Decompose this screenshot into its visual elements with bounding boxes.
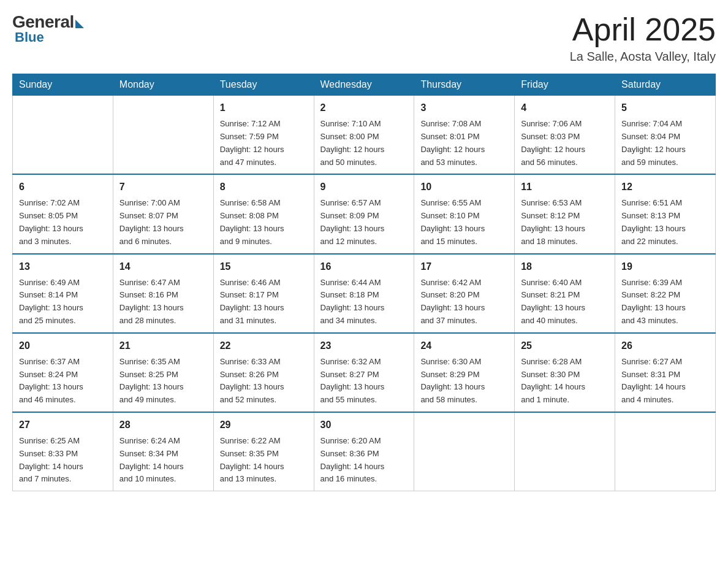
day-info: Sunrise: 6:40 AM Sunset: 8:21 PM Dayligh…	[521, 277, 609, 327]
logo-triangle-icon	[75, 20, 84, 28]
header-monday: Monday	[113, 74, 213, 96]
day-info: Sunrise: 6:46 AM Sunset: 8:17 PM Dayligh…	[220, 277, 308, 327]
calendar-cell: 10Sunrise: 6:55 AM Sunset: 8:10 PM Dayli…	[414, 174, 515, 253]
calendar-cell: 14Sunrise: 6:47 AM Sunset: 8:16 PM Dayli…	[113, 254, 213, 333]
calendar-cell: 21Sunrise: 6:35 AM Sunset: 8:25 PM Dayli…	[113, 333, 213, 412]
day-number: 27	[19, 418, 107, 432]
day-info: Sunrise: 6:39 AM Sunset: 8:22 PM Dayligh…	[621, 277, 709, 327]
day-number: 25	[521, 339, 609, 353]
day-number: 17	[420, 259, 508, 274]
calendar-cell: 12Sunrise: 6:51 AM Sunset: 8:13 PM Dayli…	[615, 174, 716, 253]
day-info: Sunrise: 6:51 AM Sunset: 8:13 PM Dayligh…	[621, 197, 709, 248]
calendar-cell: 8Sunrise: 6:58 AM Sunset: 8:08 PM Daylig…	[213, 174, 314, 253]
calendar-cell: 19Sunrise: 6:39 AM Sunset: 8:22 PM Dayli…	[615, 254, 716, 333]
day-info: Sunrise: 6:24 AM Sunset: 8:34 PM Dayligh…	[119, 435, 207, 486]
day-info: Sunrise: 6:42 AM Sunset: 8:20 PM Dayligh…	[420, 277, 508, 327]
day-number: 8	[220, 180, 308, 194]
header-sunday: Sunday	[13, 74, 113, 96]
calendar-cell: 1Sunrise: 7:12 AM Sunset: 7:59 PM Daylig…	[213, 96, 314, 175]
day-number: 15	[220, 259, 308, 274]
day-info: Sunrise: 6:20 AM Sunset: 8:36 PM Dayligh…	[320, 435, 408, 486]
day-info: Sunrise: 6:33 AM Sunset: 8:26 PM Dayligh…	[220, 356, 308, 407]
day-number: 20	[19, 339, 107, 353]
calendar-cell: 7Sunrise: 7:00 AM Sunset: 8:07 PM Daylig…	[113, 174, 213, 253]
calendar-cell: 30Sunrise: 6:20 AM Sunset: 8:36 PM Dayli…	[314, 412, 414, 491]
header-thursday: Thursday	[414, 74, 515, 96]
calendar-cell	[13, 96, 113, 175]
day-info: Sunrise: 6:53 AM Sunset: 8:12 PM Dayligh…	[521, 197, 609, 248]
day-number: 10	[420, 180, 508, 194]
week-row-3: 13Sunrise: 6:49 AM Sunset: 8:14 PM Dayli…	[13, 254, 716, 333]
calendar-cell: 29Sunrise: 6:22 AM Sunset: 8:35 PM Dayli…	[213, 412, 314, 491]
calendar-cell: 6Sunrise: 7:02 AM Sunset: 8:05 PM Daylig…	[13, 174, 113, 253]
day-info: Sunrise: 7:02 AM Sunset: 8:05 PM Dayligh…	[19, 197, 107, 248]
calendar-cell: 27Sunrise: 6:25 AM Sunset: 8:33 PM Dayli…	[13, 412, 113, 491]
header-wednesday: Wednesday	[314, 74, 414, 96]
day-number: 22	[220, 339, 308, 353]
day-number: 9	[320, 180, 408, 194]
day-number: 6	[19, 180, 107, 194]
calendar-cell: 17Sunrise: 6:42 AM Sunset: 8:20 PM Dayli…	[414, 254, 515, 333]
day-number: 1	[220, 101, 308, 115]
day-info: Sunrise: 6:30 AM Sunset: 8:29 PM Dayligh…	[420, 356, 508, 407]
logo-blue-text: Blue	[15, 29, 44, 45]
day-info: Sunrise: 7:04 AM Sunset: 8:04 PM Dayligh…	[621, 118, 709, 169]
week-row-2: 6Sunrise: 7:02 AM Sunset: 8:05 PM Daylig…	[13, 174, 716, 253]
day-number: 18	[521, 259, 609, 274]
calendar-cell: 22Sunrise: 6:33 AM Sunset: 8:26 PM Dayli…	[213, 333, 314, 412]
day-number: 24	[420, 339, 508, 353]
header-saturday: Saturday	[615, 74, 716, 96]
calendar-cell: 28Sunrise: 6:24 AM Sunset: 8:34 PM Dayli…	[113, 412, 213, 491]
calendar-cell	[113, 96, 213, 175]
day-number: 21	[119, 339, 207, 353]
page-header: General Blue April 2025 La Salle, Aosta …	[12, 12, 716, 64]
calendar-cell: 13Sunrise: 6:49 AM Sunset: 8:14 PM Dayli…	[13, 254, 113, 333]
logo: General Blue	[12, 12, 84, 45]
day-info: Sunrise: 6:37 AM Sunset: 8:24 PM Dayligh…	[19, 356, 107, 407]
day-number: 14	[119, 259, 207, 274]
day-number: 26	[621, 339, 709, 353]
calendar-cell: 2Sunrise: 7:10 AM Sunset: 8:00 PM Daylig…	[314, 96, 414, 175]
day-info: Sunrise: 7:12 AM Sunset: 7:59 PM Dayligh…	[220, 118, 308, 169]
calendar-cell: 25Sunrise: 6:28 AM Sunset: 8:30 PM Dayli…	[515, 333, 615, 412]
week-row-1: 1Sunrise: 7:12 AM Sunset: 7:59 PM Daylig…	[13, 96, 716, 175]
calendar-cell: 15Sunrise: 6:46 AM Sunset: 8:17 PM Dayli…	[213, 254, 314, 333]
week-row-5: 27Sunrise: 6:25 AM Sunset: 8:33 PM Dayli…	[13, 412, 716, 491]
day-info: Sunrise: 6:22 AM Sunset: 8:35 PM Dayligh…	[220, 435, 308, 486]
calendar-cell: 26Sunrise: 6:27 AM Sunset: 8:31 PM Dayli…	[615, 333, 716, 412]
calendar-cell: 18Sunrise: 6:40 AM Sunset: 8:21 PM Dayli…	[515, 254, 615, 333]
day-number: 19	[621, 259, 709, 274]
day-info: Sunrise: 6:55 AM Sunset: 8:10 PM Dayligh…	[420, 197, 508, 248]
day-info: Sunrise: 6:32 AM Sunset: 8:27 PM Dayligh…	[320, 356, 408, 407]
day-info: Sunrise: 6:47 AM Sunset: 8:16 PM Dayligh…	[119, 277, 207, 327]
day-number: 13	[19, 259, 107, 274]
calendar-cell: 5Sunrise: 7:04 AM Sunset: 8:04 PM Daylig…	[615, 96, 716, 175]
calendar-table: SundayMondayTuesdayWednesdayThursdayFrid…	[12, 74, 716, 491]
calendar-cell: 9Sunrise: 6:57 AM Sunset: 8:09 PM Daylig…	[314, 174, 414, 253]
location-subtitle: La Salle, Aosta Valley, Italy	[570, 50, 716, 64]
day-info: Sunrise: 6:25 AM Sunset: 8:33 PM Dayligh…	[19, 435, 107, 486]
calendar-cell: 23Sunrise: 6:32 AM Sunset: 8:27 PM Dayli…	[314, 333, 414, 412]
day-number: 30	[320, 418, 408, 432]
day-info: Sunrise: 6:27 AM Sunset: 8:31 PM Dayligh…	[621, 356, 709, 407]
calendar-cell	[414, 412, 515, 491]
day-info: Sunrise: 6:35 AM Sunset: 8:25 PM Dayligh…	[119, 356, 207, 407]
week-row-4: 20Sunrise: 6:37 AM Sunset: 8:24 PM Dayli…	[13, 333, 716, 412]
day-number: 4	[521, 101, 609, 115]
title-block: April 2025 La Salle, Aosta Valley, Italy	[570, 12, 716, 64]
day-info: Sunrise: 7:08 AM Sunset: 8:01 PM Dayligh…	[420, 118, 508, 169]
header-tuesday: Tuesday	[213, 74, 314, 96]
calendar-cell: 3Sunrise: 7:08 AM Sunset: 8:01 PM Daylig…	[414, 96, 515, 175]
calendar-cell: 16Sunrise: 6:44 AM Sunset: 8:18 PM Dayli…	[314, 254, 414, 333]
calendar-cell	[615, 412, 716, 491]
day-info: Sunrise: 6:58 AM Sunset: 8:08 PM Dayligh…	[220, 197, 308, 248]
month-year-title: April 2025	[570, 12, 716, 47]
calendar-cell: 4Sunrise: 7:06 AM Sunset: 8:03 PM Daylig…	[515, 96, 615, 175]
day-info: Sunrise: 6:28 AM Sunset: 8:30 PM Dayligh…	[521, 356, 609, 407]
day-info: Sunrise: 7:00 AM Sunset: 8:07 PM Dayligh…	[119, 197, 207, 248]
calendar-cell: 24Sunrise: 6:30 AM Sunset: 8:29 PM Dayli…	[414, 333, 515, 412]
day-number: 28	[119, 418, 207, 432]
day-info: Sunrise: 6:49 AM Sunset: 8:14 PM Dayligh…	[19, 277, 107, 327]
calendar-cell	[515, 412, 615, 491]
day-number: 2	[320, 101, 408, 115]
